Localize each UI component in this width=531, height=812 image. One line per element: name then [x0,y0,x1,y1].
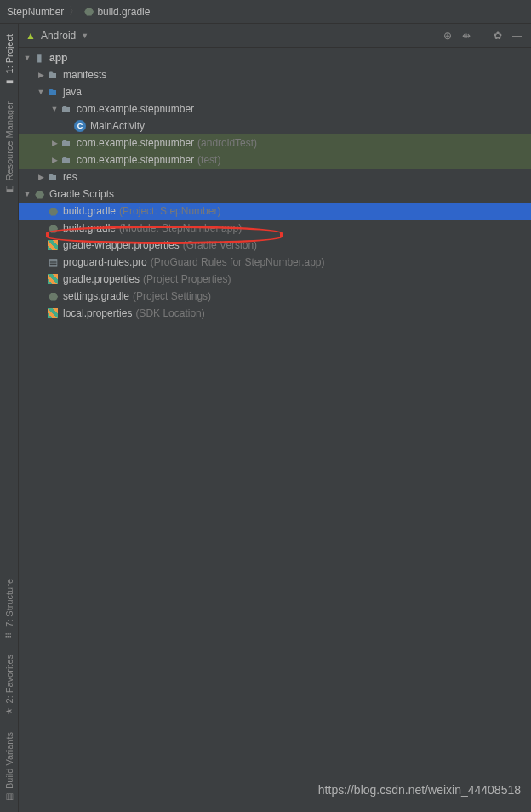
package-icon: 🖿 [60,137,73,149]
project-tree[interactable]: ▼ ▮ app ▶ 🖿 manifests ▼ 🖿 java ▼ 🖿 com.e [19,48,531,812]
node-label: com.example.stepnumber [77,154,194,166]
tree-node-gradle-scripts[interactable]: ▼ ⬣ Gradle Scripts [19,186,531,203]
expand-arrow-icon[interactable]: ▶ [36,173,46,181]
structure-icon: ⠿ [4,632,14,638]
gradle-icon: ⬣ [46,222,60,235]
minimize-icon[interactable]: — [511,28,524,43]
node-label: com.example.stepnumber [77,103,194,115]
tree-node-manifests[interactable]: ▶ 🖿 manifests [19,66,531,83]
gear-icon[interactable]: ✿ [492,28,504,43]
node-label: res [63,171,77,183]
node-label: manifests [63,69,106,81]
breadcrumb-project[interactable]: StepNumber [7,6,64,18]
tree-node-package-test[interactable]: ▶ 🖿 com.example.stepnumber (test) [19,152,531,169]
expand-arrow-icon[interactable]: ▼ [22,190,32,198]
node-hint: (Project: StepNumber) [119,205,220,217]
build-variants-icon: ▤ [4,793,14,801]
tab-resource-manager[interactable]: ◧ Resource Manager [0,94,18,201]
expand-arrow-icon[interactable]: ▶ [49,139,60,147]
tree-node-gradle-wrapper-properties[interactable]: gradle-wrapper.properties (Gradle Versio… [19,237,531,254]
resource-manager-icon: ◧ [4,186,14,193]
folder-icon: 🖿 [46,171,60,183]
expand-arrow-icon[interactable]: ▼ [22,54,32,62]
properties-icon [46,308,60,318]
text-file-icon: ▤ [46,256,60,268]
watermark: https://blog.csdn.net/weixin_44408518 [318,783,521,797]
tree-node-settings-gradle[interactable]: ⬣ settings.gradle (Project Settings) [19,288,531,305]
breadcrumb: StepNumber 〉 ⬣ build.gradle [0,0,531,24]
panel-title-label: Android [41,30,76,42]
tab-project-label: 1: Project [4,34,14,73]
chevron-down-icon: ▼ [81,31,88,40]
node-label: MainActivity [90,120,145,132]
gradle-icon: ⬣ [46,205,60,218]
expand-arrow-icon[interactable]: ▼ [49,105,60,113]
properties-icon [46,240,60,250]
properties-icon [46,274,60,284]
node-hint: (androidTest) [197,137,257,149]
node-hint: (ProGuard Rules for StepNumber.app) [151,256,325,268]
project-tab-icon: ▮ [4,79,14,84]
tree-node-res[interactable]: ▶ 🖿 res [19,169,531,186]
node-label: com.example.stepnumber [77,137,194,149]
tab-favorites[interactable]: ★ 2: Favorites [0,648,18,723]
project-panel: ▲ Android ▼ ⊕ ⇹ | ✿ — ▼ ▮ app ▶ � [19,24,531,812]
expand-arrow-icon[interactable]: ▶ [36,71,46,79]
collapse-icon[interactable]: ⇹ [460,28,472,43]
tree-node-package-androidtest[interactable]: ▶ 🖿 com.example.stepnumber (androidTest) [19,134,531,152]
node-label: app [49,52,67,64]
node-hint: (test) [197,154,220,166]
node-hint: (SDK Location) [135,307,204,319]
node-hint: (Gradle Version) [183,239,257,251]
star-icon: ★ [4,708,14,716]
module-icon: ▮ [32,52,46,64]
node-label: proguard-rules.pro [63,256,147,268]
tab-structure[interactable]: ⠿ 7: Structure [0,572,18,647]
node-label: gradle-wrapper.properties [63,239,180,251]
gradle-icon: ⬣ [32,188,46,201]
node-label: java [63,86,82,98]
package-icon: 🖿 [60,154,73,166]
panel-title-area[interactable]: ▲ Android ▼ [26,30,88,42]
node-label: build.gradle [63,205,116,217]
breadcrumb-separator: 〉 [69,4,79,19]
file-label: build.gradle [97,6,150,18]
tree-node-build-gradle-module[interactable]: ⬣ build.gradle (Module: StepNumber.app) [19,220,531,237]
package-icon: 🖿 [60,103,73,115]
tab-build-variants[interactable]: ▤ Build Variants [0,725,18,809]
project-label: StepNumber [7,6,64,18]
node-label: Gradle Scripts [49,188,114,200]
left-tool-tabs: ▮ 1: Project ◧ Resource Manager ⠿ 7: Str… [0,24,19,812]
tree-node-app[interactable]: ▼ ▮ app [19,49,531,66]
divider-icon: | [479,28,485,43]
tab-build-variants-label: Build Variants [4,732,14,789]
class-icon: C [73,120,87,132]
node-hint: (Project Properties) [143,273,231,285]
node-label: build.gradle [63,222,116,234]
tree-node-package[interactable]: ▼ 🖿 com.example.stepnumber [19,100,531,117]
tree-node-java[interactable]: ▼ 🖿 java [19,83,531,100]
target-icon[interactable]: ⊕ [442,28,454,43]
android-icon: ▲ [26,30,36,42]
tab-favorites-label: 2: Favorites [4,655,14,703]
tree-node-local-properties[interactable]: local.properties (SDK Location) [19,305,531,322]
folder-icon: 🖿 [46,86,60,98]
gradle-icon: ⬣ [84,5,94,18]
node-hint: (Module: StepNumber.app) [119,222,242,234]
folder-icon: 🖿 [46,69,60,81]
node-label: local.properties [63,307,132,319]
panel-header: ▲ Android ▼ ⊕ ⇹ | ✿ — [19,24,531,48]
breadcrumb-file[interactable]: ⬣ build.gradle [84,5,150,18]
expand-arrow-icon[interactable]: ▶ [49,156,60,164]
node-label: gradle.properties [63,273,140,285]
tree-node-build-gradle-project[interactable]: ⬣ build.gradle (Project: StepNumber) [19,203,531,220]
tab-project[interactable]: ▮ 1: Project [0,27,18,93]
tree-node-class[interactable]: C MainActivity [19,117,531,134]
expand-arrow-icon[interactable]: ▼ [36,88,46,96]
tab-structure-label: 7: Structure [4,579,14,627]
node-label: settings.gradle [63,290,129,302]
tree-node-proguard-rules[interactable]: ▤ proguard-rules.pro (ProGuard Rules for… [19,254,531,271]
gradle-icon: ⬣ [46,290,60,303]
tree-node-gradle-properties[interactable]: gradle.properties (Project Properties) [19,271,531,288]
tab-resource-manager-label: Resource Manager [4,101,14,181]
